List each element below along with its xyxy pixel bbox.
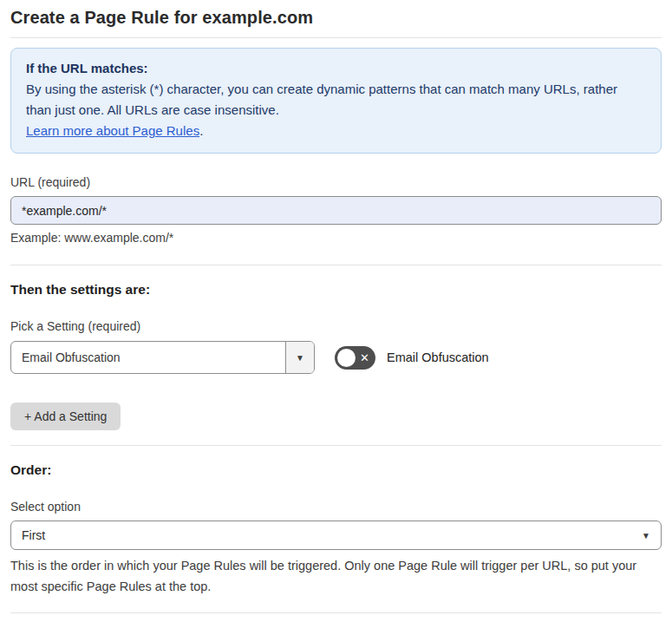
url-label: URL (required) — [10, 175, 662, 189]
url-match-info-box: If the URL matches: By using the asteris… — [10, 48, 662, 154]
pick-setting-label: Pick a Setting (required) — [10, 319, 662, 333]
url-input[interactable] — [10, 196, 662, 225]
title-divider — [10, 37, 662, 38]
add-setting-button[interactable]: + Add a Setting — [10, 403, 121, 430]
email-obfuscation-toggle-group: ✕ Email Obfuscation — [335, 346, 489, 370]
dropdown-arrow-icon: ▼ — [296, 353, 304, 363]
toggle-label: Email Obfuscation — [387, 350, 489, 364]
order-select-label: Select option — [10, 500, 662, 514]
setting-dropdown-arrow-button[interactable]: ▼ — [285, 342, 314, 373]
settings-section-heading: Then the settings are: — [10, 282, 662, 298]
select-chevron-icon: ▼ — [642, 521, 650, 549]
toggle-off-x-icon: ✕ — [360, 346, 369, 370]
email-obfuscation-toggle[interactable]: ✕ — [335, 346, 375, 370]
info-box-body: By using the asterisk (*) character, you… — [26, 79, 646, 121]
setting-dropdown[interactable]: Email Obfuscation ▼ — [10, 341, 315, 374]
learn-more-link[interactable]: Learn more about Page Rules — [26, 123, 199, 138]
settings-section-divider — [10, 445, 662, 446]
toggle-knob — [337, 349, 356, 367]
order-select[interactable]: First ▼ — [10, 521, 662, 550]
info-box-heading: If the URL matches: — [26, 58, 646, 79]
page-title: Create a Page Rule for example.com — [10, 8, 662, 28]
url-section-divider — [10, 265, 662, 265]
setting-dropdown-value: Email Obfuscation — [11, 342, 285, 373]
order-help-text: This is the order in which your Page Rul… — [10, 555, 656, 597]
order-select-value: First — [22, 528, 45, 542]
link-suffix: . — [199, 123, 203, 138]
page-rule-form: Create a Page Rule for example.com If th… — [0, 8, 672, 622]
footer-divider — [10, 612, 662, 613]
url-example-text: Example: www.example.com/* — [10, 231, 662, 245]
order-section-heading: Order: — [10, 462, 662, 478]
setting-row: Email Obfuscation ▼ ✕ Email Obfuscation — [10, 341, 662, 374]
info-box-link-line: Learn more about Page Rules. — [26, 121, 646, 141]
